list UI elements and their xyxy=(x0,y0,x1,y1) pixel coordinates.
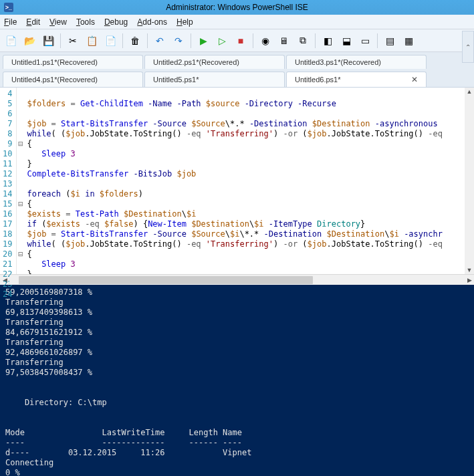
menu-view[interactable]: View xyxy=(49,17,67,27)
save-file-icon[interactable]: 💾 xyxy=(40,33,56,49)
layout-full-icon[interactable]: ▭ xyxy=(357,33,373,49)
toolbar: 📄📂💾✂📋📄🗑↶↷▶▷■◉🖥⧉◧⬓▭▤▦ xyxy=(0,29,474,52)
menu-tools[interactable]: Tools xyxy=(76,17,95,27)
layout-right-icon[interactable]: ◧ xyxy=(320,33,336,49)
scroll-up-icon[interactable]: ▲ xyxy=(466,88,473,96)
window-title: Administrator: Windows PowerShell ISE xyxy=(166,3,308,12)
redo-icon[interactable]: ↷ xyxy=(170,33,187,49)
script-tab[interactable]: Untitled4.ps1*(Recovered) xyxy=(3,72,143,87)
tab-label: Untitled5.ps1* xyxy=(153,76,199,84)
script-tab[interactable]: Untitled2.ps1*(Recovered) xyxy=(144,55,285,69)
tab-label: Untitled4.ps1*(Recovered) xyxy=(11,76,98,84)
tab-label: Untitled1.ps1*(Recovered) xyxy=(11,58,98,66)
collapse-panel-icon[interactable]: ⌃ xyxy=(462,31,474,63)
menu-bar: File Edit View Tools Debug Add-ons Help xyxy=(0,15,474,29)
copy-icon[interactable]: 📋 xyxy=(84,33,100,49)
show-panel-icon[interactable]: ▦ xyxy=(400,33,417,49)
horizontal-scrollbar[interactable]: ◀ ▶ xyxy=(0,274,474,285)
app-icon: >_ xyxy=(4,3,13,12)
code-area[interactable]: $folders = Get-ChildItem -Name -Path $so… xyxy=(24,88,474,274)
run-icon[interactable]: ▶ xyxy=(195,33,211,49)
tab-label: Untitled3.ps1*(Recovered) xyxy=(295,58,381,66)
vertical-scrollbar[interactable]: ▲ ▼ xyxy=(465,88,474,274)
code-editor[interactable]: 456789101112131415161718192021222324 ⊟⊟⊟… xyxy=(0,87,474,274)
open-file-icon[interactable]: 📂 xyxy=(21,33,37,49)
script-tab[interactable]: Untitled3.ps1*(Recovered) xyxy=(286,55,427,69)
scrollbar-track[interactable] xyxy=(9,275,465,285)
show-commands-icon[interactable]: ▤ xyxy=(382,33,398,49)
line-number-gutter: 456789101112131415161718192021222324 xyxy=(0,88,17,274)
title-bar: >_ Administrator: Windows PowerShell ISE xyxy=(0,0,474,15)
menu-edit[interactable]: Edit xyxy=(26,17,40,27)
new-file-icon[interactable]: 📄 xyxy=(3,33,19,49)
script-tab[interactable]: Untitled6.ps1*✕ xyxy=(286,72,427,87)
menu-help[interactable]: Help xyxy=(176,17,193,27)
fold-gutter[interactable]: ⊟⊟⊟ xyxy=(17,88,24,274)
tab-label: Untitled6.ps1* xyxy=(295,76,341,84)
breakpoint-icon[interactable]: ◉ xyxy=(257,33,273,49)
close-icon[interactable]: ✕ xyxy=(406,75,418,84)
script-tab[interactable]: Untitled5.ps1* xyxy=(144,72,285,87)
layout-bottom-icon[interactable]: ⬓ xyxy=(338,33,354,49)
run-selection-icon[interactable]: ▷ xyxy=(214,33,230,49)
clear-icon[interactable]: 🗑 xyxy=(127,33,143,49)
scrollbar-thumb[interactable] xyxy=(19,276,313,284)
undo-icon[interactable]: ↶ xyxy=(152,33,168,49)
stop-icon[interactable]: ■ xyxy=(233,33,249,49)
scroll-right-icon[interactable]: ▶ xyxy=(465,275,474,285)
tab-bar: Untitled1.ps1*(Recovered)Untitled2.ps1*(… xyxy=(0,52,474,87)
cut-icon[interactable]: ✂ xyxy=(65,33,81,49)
new-remote-tab-icon[interactable]: 🖥 xyxy=(276,33,292,49)
menu-file[interactable]: File xyxy=(4,17,17,27)
scroll-down-icon[interactable]: ▼ xyxy=(466,266,473,274)
console-output[interactable]: 59,2005169807318 % Transferring 69,81374… xyxy=(0,285,474,476)
tab-label: Untitled2.ps1*(Recovered) xyxy=(153,58,239,66)
menu-addons[interactable]: Add-ons xyxy=(137,17,167,27)
script-tab[interactable]: Untitled1.ps1*(Recovered) xyxy=(3,55,143,69)
menu-debug[interactable]: Debug xyxy=(104,17,128,27)
powershell-icon[interactable]: ⧉ xyxy=(295,33,311,49)
paste-icon[interactable]: 📄 xyxy=(102,33,118,49)
